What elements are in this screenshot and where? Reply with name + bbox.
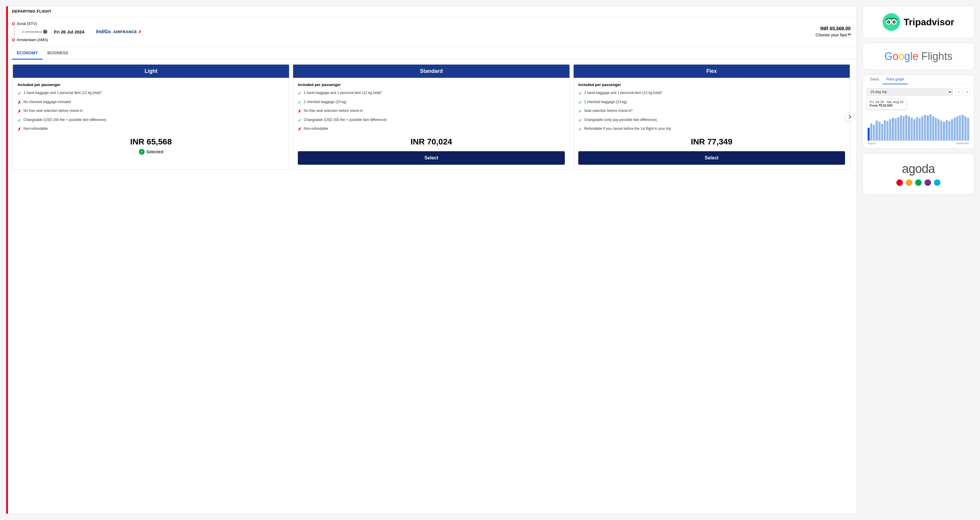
tab-business[interactable]: BUSINESS	[43, 47, 73, 60]
included-label-standard: Included per passenger	[298, 83, 565, 87]
agoda-dots	[896, 179, 940, 186]
trip-selector: 15-day trip − +	[867, 88, 970, 96]
chart-bar[interactable]	[892, 118, 894, 140]
chart-bar[interactable]	[937, 119, 940, 140]
chart-bar[interactable]	[959, 115, 961, 140]
chart-bar[interactable]	[946, 120, 948, 140]
check-icon: ✓	[298, 91, 301, 97]
select-button-standard[interactable]: Select	[298, 151, 565, 165]
chart-label-september: September	[956, 142, 969, 145]
check-icon: ✓	[298, 100, 301, 106]
chart-bar[interactable]	[905, 115, 907, 140]
google-e: e	[913, 50, 918, 62]
chart-bar[interactable]	[924, 115, 926, 140]
flight-date: Fri 26 Jul 2024	[54, 29, 84, 34]
select-button-flex[interactable]: Select	[578, 151, 845, 165]
chart-bar[interactable]	[886, 121, 888, 140]
fare-type-tabs: ECONOMY BUSINESS	[6, 47, 856, 60]
chart-bar[interactable]	[900, 115, 902, 140]
tab-economy[interactable]: ECONOMY	[12, 47, 43, 60]
chart-bar[interactable]	[884, 120, 886, 140]
standard-feature-4: ✓ Changeable (USD 200 fee + possible far…	[298, 118, 565, 124]
check-icon: ✓	[18, 118, 21, 124]
departing-header: DEPARTING FLIGHT	[6, 6, 856, 17]
destination-dot	[12, 38, 15, 41]
chart-bar[interactable]	[897, 117, 899, 140]
google-o1: o	[892, 50, 899, 62]
flex-feature-1: ✓ 1 hand baggage and 1 personal item (12…	[578, 91, 845, 97]
destination-row: Amsterdam (AMS)	[12, 38, 48, 42]
trip-nav-next[interactable]: +	[963, 88, 970, 96]
tripadvisor-logo: Tripadvisor	[883, 13, 955, 31]
standard-feature-2: ✓ 1 checked baggage (23 kg)	[298, 99, 565, 106]
google-g: G	[885, 50, 892, 62]
agoda-dot-cyan	[934, 179, 940, 186]
chart-bar[interactable]	[951, 119, 953, 140]
check-icon: ✓	[578, 91, 582, 97]
connections-text: 2 connections	[22, 30, 42, 33]
chart-bar[interactable]	[956, 116, 958, 140]
chart-bar[interactable]	[935, 118, 937, 140]
right-panel: Tripadvisor Google Flights Dates Price g…	[862, 6, 974, 514]
pg-tab-price-graph[interactable]: Price graph	[883, 75, 907, 84]
origin-label: Surat (STV)	[17, 21, 37, 26]
standard-feature-1: ✓ 1 hand baggage and 1 personal item (12…	[298, 91, 565, 97]
tripadvisor-text: Tripadvisor	[904, 17, 955, 28]
departing-label: DEPARTING FLIGHT	[12, 9, 851, 13]
google-l: l	[910, 50, 913, 62]
chart-bar[interactable]	[954, 118, 956, 140]
svg-point-6	[893, 21, 895, 23]
tripadvisor-card: Tripadvisor	[862, 6, 974, 38]
chart-bar[interactable]	[881, 124, 883, 140]
chart-bar[interactable]	[932, 116, 934, 140]
chart-bar[interactable]	[921, 116, 923, 140]
chart-bar[interactable]	[911, 118, 913, 140]
chart-bar[interactable]	[961, 115, 964, 140]
choose-fare-toggle[interactable]: Choose your fare	[816, 33, 851, 37]
next-arrow-button[interactable]	[845, 112, 854, 121]
route-info: Surat (STV) 2 connections i Amsterdam (A…	[12, 21, 48, 42]
selected-badge: ✓ Selected	[18, 149, 284, 155]
check-icon: ✓	[578, 118, 582, 124]
light-feature-5: ✗ Non-refundable	[18, 126, 284, 132]
indigo-logo: IndiGo	[96, 29, 111, 34]
chart-bar[interactable]	[916, 117, 918, 140]
chart-bar[interactable]	[940, 121, 942, 140]
chart-bar[interactable]	[964, 116, 967, 140]
agoda-text: agoda	[902, 162, 935, 176]
price-tooltip: Fri, Jul 26 - Sat, Aug 10 From ₹118,509	[867, 98, 907, 110]
airline-logos: IndiGo AIRFRANCE ✗	[96, 29, 142, 34]
chart-bar[interactable]	[908, 116, 910, 140]
x-icon: ✗	[18, 108, 21, 115]
chart-bar[interactable]	[967, 118, 969, 140]
chart-bar[interactable]	[902, 116, 905, 140]
chart-bar[interactable]	[948, 121, 950, 140]
light-feature-4: ✓ Changeable (USD 200 fee + possible far…	[18, 118, 284, 124]
chart-bar[interactable]	[919, 118, 921, 140]
airfrance-logo: AIRFRANCE ✗	[113, 30, 142, 34]
chart-bar[interactable]	[873, 125, 875, 140]
chart-bar[interactable]	[878, 122, 881, 140]
trip-nav-prev[interactable]: −	[955, 88, 962, 96]
chart-bar[interactable]	[889, 119, 891, 140]
chart-bar[interactable]	[875, 121, 878, 140]
choose-fare-label: Choose your fare	[816, 33, 847, 37]
standard-feature-5: ✗ Non-refundable	[298, 126, 565, 132]
flights-text: Flights	[918, 50, 953, 62]
light-feature-2: ✗ No checked baggage included	[18, 99, 284, 106]
chart-bar[interactable]	[913, 119, 915, 140]
chart-bar[interactable]	[868, 128, 870, 140]
price-graph-body: 15-day trip − + Fri, Jul 26 - Sat, Aug 1…	[863, 85, 974, 148]
flight-info-row: Surat (STV) 2 connections i Amsterdam (A…	[6, 17, 856, 47]
chart-bar[interactable]	[895, 118, 897, 140]
trip-dropdown[interactable]: 15-day trip	[867, 88, 953, 96]
check-icon: ✓	[578, 126, 582, 132]
chart-bar[interactable]	[870, 123, 872, 140]
info-icon[interactable]: i	[43, 30, 47, 34]
pg-tab-dates[interactable]: Dates	[867, 75, 883, 84]
chart-bar[interactable]	[943, 122, 945, 140]
chart-bar[interactable]	[927, 115, 929, 140]
fare-columns: Light Included per passenger ✓ 1 hand ba…	[6, 60, 856, 174]
chart-bar[interactable]	[929, 114, 932, 140]
fare-header-flex: Flex	[574, 65, 850, 78]
